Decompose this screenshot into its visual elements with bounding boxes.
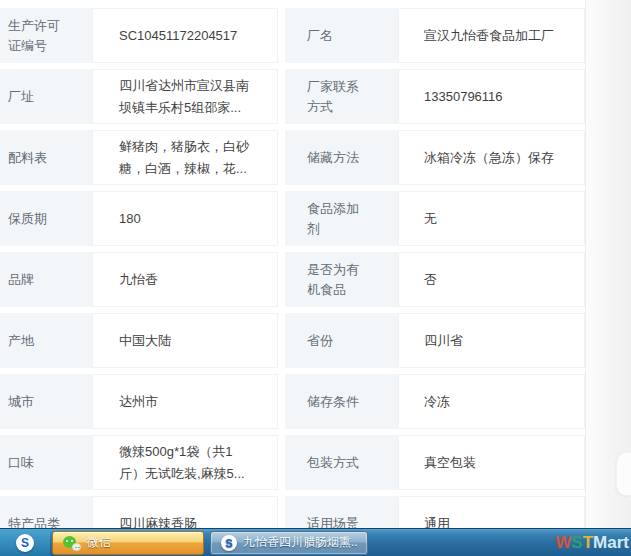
product-spec-table: 生产许可证编号 SC10451172204517 厂名 宣汉九怡香食品加工厂 厂… — [0, 8, 585, 528]
spec-value: 否 — [398, 252, 585, 307]
table-row: 口味 微辣500g*1袋（共1斤）无试吃装,麻辣5... 包装方式 真空包装 — [0, 435, 585, 490]
spec-value: 九怡香 — [92, 252, 278, 307]
column-gap — [278, 496, 285, 528]
table-row: 特产品类 四川麻辣香肠 适用场景 通用 — [0, 496, 585, 528]
wstmart-logo-letters: Mart — [593, 533, 629, 552]
spec-label: 特产品类 — [0, 496, 92, 528]
spec-value: SC10451172204517 — [92, 8, 278, 63]
spec-label: 产地 — [0, 313, 92, 368]
column-gap — [278, 191, 285, 246]
column-gap — [278, 313, 285, 368]
table-row: 生产许可证编号 SC10451172204517 厂名 宣汉九怡香食品加工厂 — [0, 8, 585, 63]
spec-label: 储藏方法 — [285, 130, 398, 185]
spec-value: 四川省 — [398, 313, 585, 368]
spec-label: 食品添加剂 — [285, 191, 398, 246]
column-gap — [278, 69, 285, 124]
table-row: 厂址 四川省达州市宣汉县南坝镇丰乐村5组邵家... 厂家联系方式 1335079… — [0, 69, 585, 124]
spec-label: 厂家联系方式 — [285, 69, 398, 124]
wstmart-logo-letter: T — [583, 533, 593, 552]
spec-value: 微辣500g*1袋（共1斤）无试吃装,麻辣5... — [92, 435, 278, 490]
taskbar: S 微信 S 九怡香四川腊肠烟熏... WSTMart — [0, 528, 631, 556]
wstmart-logo-letter: S — [571, 533, 582, 552]
spec-label: 城市 — [0, 374, 92, 429]
taskbar-pinned-browser-button[interactable]: S — [0, 529, 50, 556]
spec-label: 生产许可证编号 — [0, 8, 92, 63]
spec-value: 无 — [398, 191, 585, 246]
spec-value: 四川麻辣香肠 — [92, 496, 278, 528]
product-spec-page: 生产许可证编号 SC10451172204517 厂名 宣汉九怡香食品加工厂 厂… — [0, 0, 631, 528]
wstmart-logo: WSTMart — [555, 533, 629, 553]
spec-value: 通用 — [398, 496, 585, 528]
spec-label: 省份 — [285, 313, 398, 368]
floating-side-widget[interactable] — [616, 452, 631, 496]
column-gap — [278, 8, 285, 63]
table-row: 配料表 鲜猪肉，猪肠衣，白砂糖，白酒，辣椒，花... 储藏方法 冰箱冷冻（急冻）… — [0, 130, 585, 185]
spec-label: 储存条件 — [285, 374, 398, 429]
spec-value: 中国大陆 — [92, 313, 278, 368]
spec-label: 包装方式 — [285, 435, 398, 490]
spec-label: 保质期 — [0, 191, 92, 246]
spec-label: 配料表 — [0, 130, 92, 185]
table-row: 品牌 九怡香 是否为有机食品 否 — [0, 252, 585, 307]
spec-value: 达州市 — [92, 374, 278, 429]
spec-label: 口味 — [0, 435, 92, 490]
column-gap — [278, 435, 285, 490]
wechat-label: 微信 — [87, 534, 111, 551]
column-gap — [278, 130, 285, 185]
spec-value: 真空包装 — [398, 435, 585, 490]
spec-value: 冰箱冷冻（急冻）保存 — [398, 130, 585, 185]
taskbar-wechat-button[interactable]: 微信 — [52, 531, 204, 555]
table-row: 产地 中国大陆 省份 四川省 — [0, 313, 585, 368]
table-row: 城市 达州市 储存条件 冷冻 — [0, 374, 585, 429]
sogou-browser-icon: S — [16, 534, 34, 552]
spec-value: 冷冻 — [398, 374, 585, 429]
spec-label: 是否为有机食品 — [285, 252, 398, 307]
spec-value: 180 — [92, 191, 278, 246]
spec-value: 宣汉九怡香食品加工厂 — [398, 8, 585, 63]
page-background-strip — [585, 0, 631, 528]
taskbar-browser-window-button[interactable]: S 九怡香四川腊肠烟熏... — [210, 531, 368, 555]
spec-label: 厂址 — [0, 69, 92, 124]
column-gap — [278, 374, 285, 429]
sogou-browser-icon: S — [221, 535, 237, 551]
spec-value: 四川省达州市宣汉县南坝镇丰乐村5组邵家... — [92, 69, 278, 124]
column-gap — [278, 252, 285, 307]
wechat-icon — [63, 535, 81, 551]
spec-value: 鲜猪肉，猪肠衣，白砂糖，白酒，辣椒，花... — [92, 130, 278, 185]
wstmart-logo-letter: W — [555, 533, 571, 552]
browser-window-title: 九怡香四川腊肠烟熏... — [243, 534, 357, 551]
spec-label: 厂名 — [285, 8, 398, 63]
table-row: 保质期 180 食品添加剂 无 — [0, 191, 585, 246]
spec-value: 13350796116 — [398, 69, 585, 124]
spec-label: 适用场景 — [285, 496, 398, 528]
spec-label: 品牌 — [0, 252, 92, 307]
